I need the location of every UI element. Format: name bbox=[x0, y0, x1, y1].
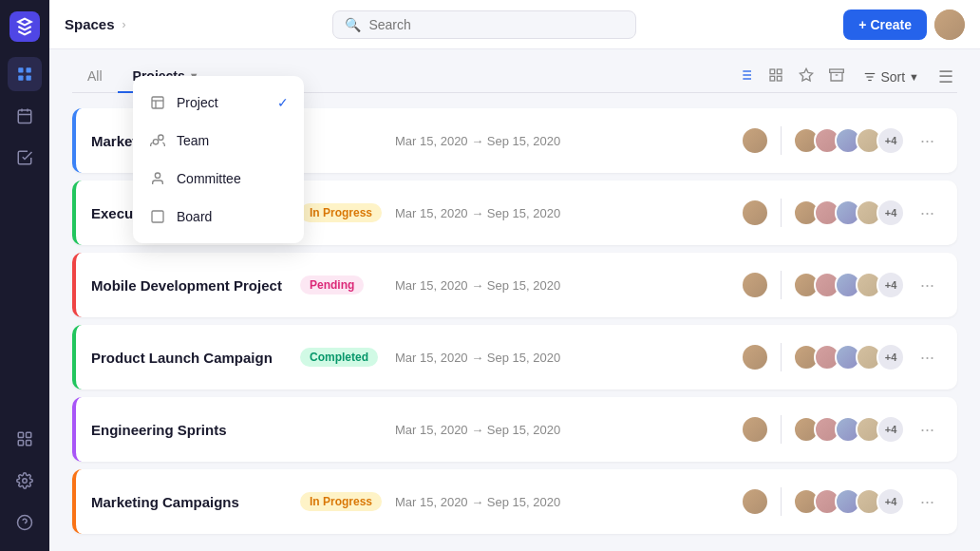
svg-point-33 bbox=[153, 140, 158, 144]
avatar-plus: +4 bbox=[876, 487, 905, 516]
project-status: Completed bbox=[300, 348, 395, 367]
svg-rect-3 bbox=[27, 76, 31, 81]
topnav: Spaces › 🔍 + Create bbox=[49, 0, 980, 49]
svg-rect-23 bbox=[770, 76, 775, 81]
avatar-plus: +4 bbox=[876, 126, 905, 155]
search-box: 🔍 bbox=[332, 10, 636, 39]
project-date: Mar 15, 2020 → Sep 15, 2020 bbox=[395, 351, 585, 365]
svg-rect-0 bbox=[18, 67, 23, 72]
dropdown-item-label: Board bbox=[177, 209, 212, 224]
avatar-plus: +4 bbox=[876, 415, 905, 444]
avatar-divider bbox=[781, 487, 782, 516]
avatar-group: +4 bbox=[793, 271, 905, 299]
svg-rect-4 bbox=[18, 110, 31, 124]
svg-rect-2 bbox=[18, 76, 23, 81]
row-more-button[interactable]: ··· bbox=[913, 272, 942, 299]
filter-button[interactable]: ☰ bbox=[934, 63, 957, 91]
dropdown-menu: Project ✓ Team Committee Board bbox=[133, 76, 304, 243]
sort-label: Sort bbox=[880, 69, 905, 85]
project-avatars: +4 ··· bbox=[741, 415, 942, 444]
team-icon bbox=[148, 131, 167, 150]
sidebar bbox=[0, 0, 49, 551]
svg-rect-10 bbox=[18, 441, 23, 446]
avatar-single bbox=[741, 487, 769, 516]
project-avatars: +4 ··· bbox=[741, 199, 942, 227]
project-avatars: +4 ··· bbox=[741, 126, 942, 155]
breadcrumb-chevron: › bbox=[122, 18, 126, 31]
project-row: Product Launch Campaign Completed Mar 15… bbox=[72, 325, 957, 390]
sidebar-icon-calendar[interactable] bbox=[8, 99, 42, 133]
avatar-divider bbox=[781, 126, 782, 155]
project-date: Mar 15, 2020 → Sep 15, 2020 bbox=[395, 206, 585, 220]
project-icon bbox=[148, 93, 167, 112]
dropdown-item-project[interactable]: Project ✓ bbox=[133, 84, 304, 122]
create-button[interactable]: + Create bbox=[843, 10, 927, 40]
avatar-group: +4 bbox=[793, 415, 905, 444]
svg-rect-11 bbox=[27, 441, 31, 446]
avatar-group: +4 bbox=[793, 343, 905, 371]
project-name: Product Launch Campaign bbox=[91, 350, 300, 366]
svg-point-32 bbox=[159, 135, 163, 140]
avatar bbox=[741, 343, 769, 371]
tabs-right: Sort ▼ ☰ bbox=[734, 63, 957, 91]
project-row: Marketing Campaigns In Progress Mar 15, … bbox=[72, 469, 957, 534]
svg-rect-24 bbox=[778, 76, 782, 81]
grid-view-button[interactable] bbox=[764, 64, 787, 90]
project-row: Engineering Sprints Mar 15, 2020 → Sep 1… bbox=[72, 397, 957, 462]
search-container: 🔍 bbox=[134, 10, 837, 39]
dropdown-item-label: Project bbox=[177, 95, 218, 110]
project-avatars: +4 ··· bbox=[741, 343, 942, 371]
sidebar-icon-grid[interactable] bbox=[8, 57, 42, 91]
avatar-divider bbox=[781, 415, 782, 444]
svg-rect-21 bbox=[770, 69, 775, 74]
svg-rect-31 bbox=[152, 97, 163, 108]
row-more-button[interactable]: ··· bbox=[913, 488, 942, 516]
archive-view-button[interactable] bbox=[825, 64, 848, 90]
avatar-divider bbox=[781, 199, 782, 227]
search-icon: 🔍 bbox=[345, 17, 361, 32]
project-name: Mobile Development Project bbox=[91, 277, 300, 294]
project-date: Mar 15, 2020 → Sep 15, 2020 bbox=[395, 278, 585, 293]
avatar bbox=[741, 271, 769, 299]
project-status: Pending bbox=[300, 276, 395, 294]
dropdown-item-label: Committee bbox=[177, 171, 241, 186]
dropdown-item-team[interactable]: Team bbox=[133, 122, 304, 160]
avatar-single bbox=[741, 126, 769, 155]
sidebar-icon-tasks[interactable] bbox=[8, 141, 42, 175]
row-more-button[interactable]: ··· bbox=[913, 127, 942, 155]
project-status: In Progress bbox=[300, 492, 395, 511]
avatar-single bbox=[741, 343, 769, 371]
user-avatar[interactable] bbox=[934, 10, 965, 40]
sort-button[interactable]: Sort ▼ bbox=[856, 66, 927, 88]
project-date: Mar 15, 2020 → Sep 15, 2020 bbox=[395, 495, 585, 509]
row-more-button[interactable]: ··· bbox=[913, 344, 942, 371]
status-badge: Completed bbox=[300, 348, 378, 367]
avatar-plus: +4 bbox=[876, 343, 905, 371]
sidebar-icon-settings[interactable] bbox=[8, 464, 42, 498]
avatar-group: +4 bbox=[793, 487, 905, 516]
spaces-title: Spaces bbox=[65, 16, 115, 32]
search-input[interactable] bbox=[368, 17, 624, 32]
row-more-button[interactable]: ··· bbox=[913, 416, 942, 444]
app-logo[interactable] bbox=[9, 11, 40, 42]
avatar bbox=[741, 126, 769, 155]
svg-rect-35 bbox=[152, 211, 163, 222]
star-view-button[interactable] bbox=[795, 64, 818, 90]
svg-rect-22 bbox=[778, 69, 782, 74]
tab-all[interactable]: All bbox=[72, 61, 118, 93]
avatar bbox=[741, 199, 769, 227]
committee-icon bbox=[148, 169, 167, 188]
sidebar-icon-help[interactable] bbox=[8, 505, 42, 540]
project-date: Mar 15, 2020 → Sep 15, 2020 bbox=[395, 134, 585, 148]
dropdown-item-committee[interactable]: Committee bbox=[133, 160, 304, 198]
avatar-single bbox=[741, 415, 769, 444]
list-view-button[interactable] bbox=[734, 64, 757, 90]
dropdown-item-board[interactable]: Board bbox=[133, 198, 304, 236]
sidebar-icon-chart[interactable] bbox=[8, 422, 42, 456]
avatar-divider bbox=[781, 271, 782, 299]
status-badge: In Progress bbox=[300, 492, 382, 511]
sidebar-bottom bbox=[8, 422, 42, 540]
status-badge: Pending bbox=[300, 276, 364, 294]
svg-rect-8 bbox=[18, 432, 23, 437]
row-more-button[interactable]: ··· bbox=[913, 200, 942, 227]
